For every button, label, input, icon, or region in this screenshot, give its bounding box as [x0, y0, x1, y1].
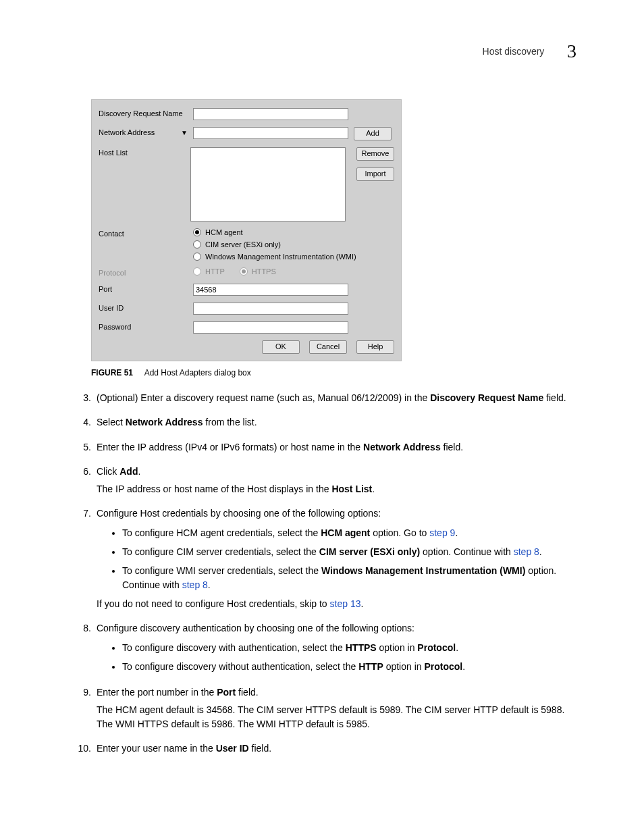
http-radio — [193, 267, 201, 276]
step-7-bullet-2: To configure CIM server credentials, sel… — [122, 545, 576, 558]
cim-server-radio-label: CIM server (ESXi only) — [205, 240, 281, 249]
discovery-request-name-input[interactable] — [193, 108, 348, 120]
step-9: 9. Enter the port number in the Port fie… — [68, 685, 576, 735]
step-10: 10. Enter your user name in the User ID … — [68, 741, 576, 759]
cim-server-radio[interactable] — [193, 240, 201, 249]
discovery-request-name-label: Discovery Request Name — [99, 108, 193, 118]
network-address-input[interactable] — [193, 127, 348, 139]
link-step-8b[interactable]: step 8 — [182, 579, 208, 590]
dropdown-icon[interactable]: ▼ — [181, 129, 188, 136]
hcm-agent-radio[interactable] — [193, 228, 201, 236]
password-label: Password — [99, 321, 193, 331]
import-button[interactable]: Import — [356, 167, 394, 181]
password-input[interactable] — [193, 321, 348, 334]
user-id-label: User ID — [99, 303, 193, 312]
chapter-number: 3 — [567, 41, 576, 62]
step-6: 6. Click Add. The IP address or host nam… — [68, 465, 576, 500]
wmi-radio-label: Windows Management Instrumentation (WMI) — [205, 253, 356, 261]
page: Host discovery 3 Discovery Request Name … — [0, 0, 644, 834]
link-step-13[interactable]: step 13 — [330, 598, 361, 609]
add-button[interactable]: Add — [354, 127, 392, 140]
wmi-radio[interactable] — [193, 253, 201, 261]
step-4: 4. Select Network Address from the list. — [68, 415, 576, 433]
step-8-bullet-2: To configure discovery without authentic… — [122, 660, 576, 673]
remove-button[interactable]: Remove — [356, 147, 394, 161]
http-radio-label: HTTP — [205, 267, 225, 276]
port-input[interactable] — [193, 284, 348, 296]
figure-number: FIGURE 51 — [91, 368, 133, 377]
step-8-bullet-1: To configure discovery with authenticati… — [122, 641, 576, 654]
add-host-adapters-dialog: Discovery Request Name Network Address ▼… — [91, 99, 402, 361]
network-address-label: Network Address — [99, 128, 155, 136]
help-button[interactable]: Help — [356, 340, 394, 354]
protocol-label: Protocol — [99, 267, 193, 277]
cancel-button[interactable]: Cancel — [309, 340, 347, 354]
link-step-8[interactable]: step 8 — [514, 546, 539, 557]
port-label: Port — [99, 284, 193, 293]
header-title: Host discovery — [483, 46, 545, 57]
host-list-label: Host List — [99, 147, 190, 157]
link-step-9[interactable]: step 9 — [429, 527, 455, 538]
hcm-agent-radio-label: HCM agent — [205, 228, 243, 236]
page-header: Host discovery 3 — [68, 41, 576, 62]
user-id-input[interactable] — [193, 303, 348, 315]
ok-button[interactable]: OK — [262, 340, 300, 354]
https-radio-label: HTTPS — [252, 267, 276, 276]
figure-caption: FIGURE 51 Add Host Adapters dialog box — [91, 368, 576, 377]
step-5: 5. Enter the IP address (IPv4 or IPv6 fo… — [68, 440, 576, 458]
host-list-box[interactable] — [190, 147, 346, 221]
figure-caption-text: Add Host Adapters dialog box — [144, 368, 251, 377]
contact-label: Contact — [99, 228, 193, 238]
step-7-bullet-3: To configure WMI server credentials, sel… — [122, 564, 576, 592]
step-8: 8. Configure discovery authentication by… — [68, 621, 576, 679]
step-3: 3. (Optional) Enter a discovery request … — [68, 391, 576, 409]
https-radio — [240, 267, 248, 276]
step-7: 7. Configure Host credentials by choosin… — [68, 506, 576, 615]
step-7-bullet-1: To configure HCM agent credentials, sele… — [122, 526, 576, 540]
